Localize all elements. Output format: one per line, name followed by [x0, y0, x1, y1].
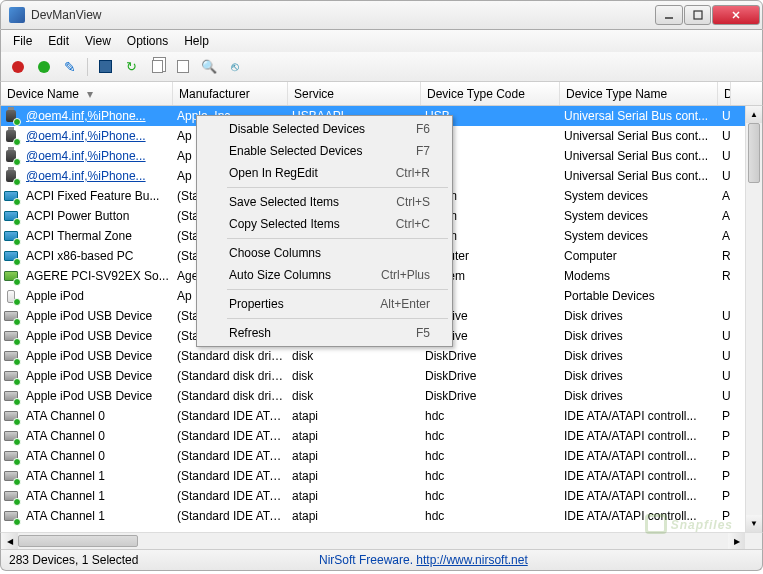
context-menu-item[interactable]: Open In RegEditCtrl+R: [199, 162, 450, 184]
cell-manufacturer: (Standard disk drives): [173, 389, 288, 403]
context-menu-item[interactable]: Auto Size ColumnsCtrl+Plus: [199, 264, 450, 286]
column-service[interactable]: Service: [288, 82, 421, 105]
column-device-name[interactable]: Device Name▾: [1, 82, 173, 105]
context-menu-item[interactable]: PropertiesAlt+Enter: [199, 293, 450, 315]
table-row[interactable]: Apple iPod USB Device(Standard disk driv…: [1, 346, 762, 366]
cell-device-name: ATA Channel 0: [22, 449, 173, 463]
cell-type-code: hdc: [421, 509, 560, 523]
cell-type-name: Disk drives: [560, 369, 718, 383]
table-row[interactable]: ATA Channel 1(Standard IDE ATA/ATA...ata…: [1, 466, 762, 486]
context-menu-separator: [227, 187, 448, 188]
cell-extra: U: [718, 329, 730, 343]
scroll-right-button[interactable]: ▶: [728, 533, 745, 549]
menu-help[interactable]: Help: [176, 32, 217, 50]
cell-device-name: ATA Channel 1: [22, 469, 173, 483]
context-menu-item[interactable]: RefreshF5: [199, 322, 450, 344]
cell-type-name: Disk drives: [560, 389, 718, 403]
cell-extra: U: [718, 129, 730, 143]
cell-device-name: ACPI x86-based PC: [22, 249, 173, 263]
cell-type-name: Portable Devices: [560, 289, 718, 303]
scroll-thumb[interactable]: [748, 123, 760, 183]
cell-type-name: Universal Serial Bus cont...: [560, 169, 718, 183]
context-menu-shortcut: F7: [416, 144, 430, 158]
cell-device-name: ATA Channel 1: [22, 489, 173, 503]
context-menu-shortcut: Ctrl+R: [396, 166, 430, 180]
table-row[interactable]: ATA Channel 0(Standard IDE ATA/ATA...ata…: [1, 406, 762, 426]
menu-options[interactable]: Options: [119, 32, 176, 50]
horizontal-scrollbar[interactable]: ◀ ▶: [0, 532, 763, 549]
cell-service: atapi: [288, 429, 421, 443]
disable-icon[interactable]: [7, 56, 29, 78]
device-icon: [3, 348, 19, 364]
cell-device-name: Apple iPod USB Device: [22, 369, 173, 383]
scroll-thumb-h[interactable]: [18, 535, 138, 547]
context-menu: Disable Selected DevicesF6Enable Selecte…: [196, 115, 453, 347]
minimize-button[interactable]: [655, 5, 683, 25]
device-icon: [3, 148, 19, 164]
context-menu-item[interactable]: Disable Selected DevicesF6: [199, 118, 450, 140]
regedit-icon[interactable]: ✎: [59, 56, 81, 78]
cell-type-name: Universal Serial Bus cont...: [560, 149, 718, 163]
device-icon: [3, 128, 19, 144]
statusbar: 283 Devices, 1 Selected NirSoft Freeware…: [0, 549, 763, 571]
scroll-up-button[interactable]: ▲: [746, 106, 762, 123]
context-menu-item[interactable]: Save Selected ItemsCtrl+S: [199, 191, 450, 213]
cell-device-name: Apple iPod USB Device: [22, 389, 173, 403]
cell-extra: P: [718, 509, 730, 523]
nirsoft-link[interactable]: http://www.nirsoft.net: [416, 553, 527, 567]
save-icon[interactable]: [94, 56, 116, 78]
menu-file[interactable]: File: [5, 32, 40, 50]
cell-manufacturer: (Standard IDE ATA/ATA...: [173, 509, 288, 523]
copy-icon[interactable]: [146, 56, 168, 78]
cell-manufacturer: (Standard IDE ATA/ATA...: [173, 469, 288, 483]
find-icon[interactable]: 🔍: [198, 56, 220, 78]
table-row[interactable]: ATA Channel 0(Standard IDE ATA/ATA...ata…: [1, 426, 762, 446]
context-menu-separator: [227, 238, 448, 239]
cell-type-name: Disk drives: [560, 329, 718, 343]
table-row[interactable]: ATA Channel 1(Standard IDE ATA/ATA...ata…: [1, 506, 762, 526]
cell-type-name: IDE ATA/ATAPI controll...: [560, 429, 718, 443]
table-row[interactable]: Apple iPod USB Device(Standard disk driv…: [1, 366, 762, 386]
cell-extra: U: [718, 149, 730, 163]
column-header-row: Device Name▾ Manufacturer Service Device…: [0, 82, 763, 106]
context-menu-item[interactable]: Enable Selected DevicesF7: [199, 140, 450, 162]
device-icon: [3, 328, 19, 344]
cell-extra: A: [718, 209, 730, 223]
cell-extra: P: [718, 449, 730, 463]
context-menu-item[interactable]: Copy Selected ItemsCtrl+C: [199, 213, 450, 235]
table-row[interactable]: ATA Channel 1(Standard IDE ATA/ATA...ata…: [1, 486, 762, 506]
table-row[interactable]: Apple iPod USB Device(Standard disk driv…: [1, 386, 762, 406]
cell-type-name: System devices: [560, 229, 718, 243]
context-menu-shortcut: Ctrl+Plus: [381, 268, 430, 282]
enable-icon[interactable]: [33, 56, 55, 78]
column-extra[interactable]: D: [718, 82, 731, 105]
column-manufacturer[interactable]: Manufacturer: [173, 82, 288, 105]
scroll-left-button[interactable]: ◀: [1, 533, 18, 549]
refresh-icon[interactable]: ↻: [120, 56, 142, 78]
cell-device-name: Apple iPod USB Device: [22, 349, 173, 363]
cell-device-name: Apple iPod USB Device: [22, 329, 173, 343]
close-button[interactable]: [712, 5, 760, 25]
device-icon: [3, 308, 19, 324]
context-menu-label: Properties: [229, 297, 380, 311]
menu-view[interactable]: View: [77, 32, 119, 50]
titlebar[interactable]: DevManView: [0, 0, 763, 30]
properties-icon[interactable]: [172, 56, 194, 78]
cell-service: atapi: [288, 449, 421, 463]
column-device-type-code[interactable]: Device Type Code: [421, 82, 560, 105]
cell-type-name: Disk drives: [560, 349, 718, 363]
maximize-button[interactable]: [684, 5, 711, 25]
exit-icon[interactable]: ⎋: [224, 56, 246, 78]
scroll-down-button[interactable]: ▼: [746, 515, 762, 532]
toolbar: ✎ ↻ 🔍 ⎋: [0, 52, 763, 82]
menu-edit[interactable]: Edit: [40, 32, 77, 50]
context-menu-item[interactable]: Choose Columns: [199, 242, 450, 264]
context-menu-shortcut: Ctrl+C: [396, 217, 430, 231]
cell-device-name: ACPI Fixed Feature Bu...: [22, 189, 173, 203]
device-icon: [3, 208, 19, 224]
column-device-type-name[interactable]: Device Type Name: [560, 82, 718, 105]
table-row[interactable]: ATA Channel 0(Standard IDE ATA/ATA...ata…: [1, 446, 762, 466]
cell-device-name: ATA Channel 0: [22, 429, 173, 443]
cell-device-name: @oem4.inf,%iPhone...: [22, 169, 173, 183]
vertical-scrollbar[interactable]: ▲ ▼: [745, 106, 762, 532]
